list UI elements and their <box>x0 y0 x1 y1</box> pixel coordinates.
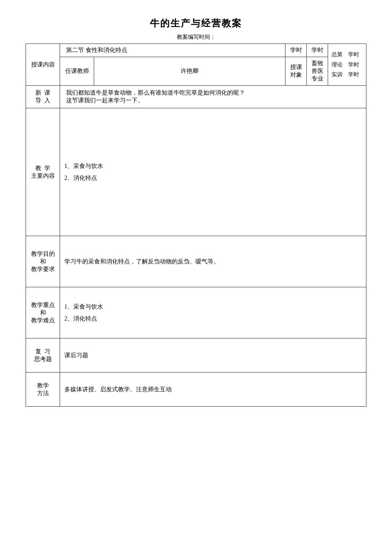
row-introduction: 新 课 导 入 我们都知道牛是草食动物，那么有谁知道牛吃完草是如何消化的呢？ 这… <box>26 86 366 108</box>
key-points-content: 1、采食与饮水 2、消化特点 <box>60 287 366 338</box>
xueshi-value-1: 学时 <box>307 44 328 57</box>
objectives-content: 学习牛的采食和消化特点，了解反刍动物的反刍、嗳气等。 <box>60 236 366 287</box>
xueshi-label-1: 学时 <box>285 44 307 57</box>
course-content: 第二节 食性和消化特点 <box>60 44 285 57</box>
right-group-header: 总第 学时 理论 学时 实训 学时 <box>328 44 366 86</box>
main-content-label: 教 学 主要内容 <box>26 108 60 236</box>
methods-label: 教学 方法 <box>26 373 60 407</box>
header-row-2: 任课教师 许艳卿 授课对象 畜牧兽医专业 <box>26 57 366 86</box>
subtitle: 教案编写时间： <box>26 33 366 41</box>
review-content: 课后习题 <box>60 338 366 373</box>
row-key-points: 教学重点 和 教学难点 1、采食与饮水 2、消化特点 <box>26 287 366 338</box>
row-review: 复 习 思考题 课后习题 <box>26 338 366 373</box>
main-content-body: 1、采食与饮水 2、消化特点 <box>60 108 366 236</box>
key-points-label: 教学重点 和 教学难点 <box>26 287 60 338</box>
teacher-label: 任课教师 <box>60 57 94 86</box>
lesson-plan-table: 授课内容 第二节 食性和消化特点 学时 学时 总第 学时 理论 学时 实训 学时… <box>26 43 366 407</box>
row-main-content: 教 学 主要内容 1、采食与饮水 2、消化特点 <box>26 108 366 236</box>
introduction-content: 我们都知道牛是草食动物，那么有谁知道牛吃完草是如何消化的呢？ 这节课我们一起来学… <box>60 86 366 108</box>
row-methods: 教学 方法 多媒体讲授、启发式教学、注意师生互动 <box>26 373 366 407</box>
page-title: 牛的生产与经营教案 <box>26 17 366 30</box>
header-row-1: 授课内容 第二节 食性和消化特点 学时 学时 总第 学时 理论 学时 实训 学时 <box>26 44 366 57</box>
course-label: 授课内容 <box>26 44 60 86</box>
teacher-name: 许艳卿 <box>94 57 285 86</box>
practice-label: 实训 学时 <box>331 69 363 79</box>
target-value: 畜牧兽医专业 <box>307 57 328 86</box>
row-objectives: 教学目的 和 教学要求 学习牛的采食和消化特点，了解反刍动物的反刍、嗳气等。 <box>26 236 366 287</box>
introduction-label: 新 课 导 入 <box>26 86 60 108</box>
objectives-label: 教学目的 和 教学要求 <box>26 236 60 287</box>
theory-label: 理论 学时 <box>331 60 363 69</box>
methods-content: 多媒体讲授、启发式教学、注意师生互动 <box>60 373 366 407</box>
target-label: 授课对象 <box>285 57 307 86</box>
review-label: 复 习 思考题 <box>26 338 60 373</box>
total-label: 总第 学时 <box>331 49 363 59</box>
